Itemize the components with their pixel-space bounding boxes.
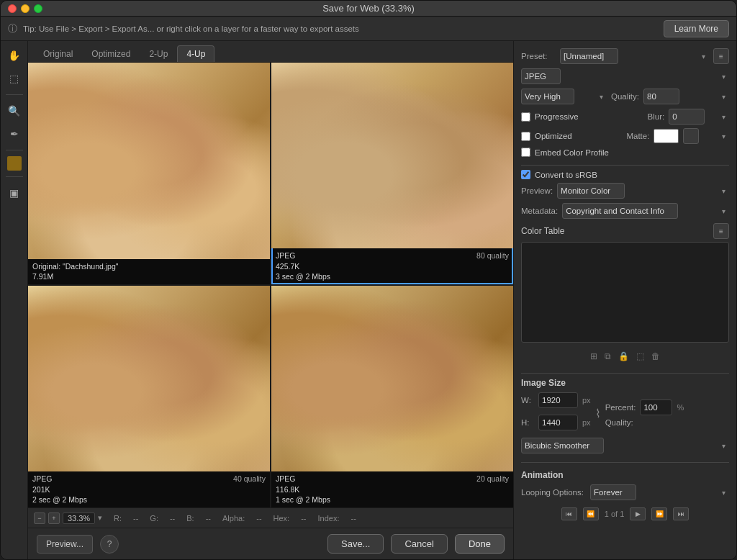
percent-input[interactable] <box>640 399 672 415</box>
image-pane-jpeg40[interactable]: JPEG 201K 2 sec @ 2 Mbps 40 quality <box>28 286 270 507</box>
preset-select-wrapper[interactable]: [Unnamed] <box>560 48 709 64</box>
height-input[interactable] <box>538 415 578 430</box>
quality-select[interactable]: Very High <box>521 89 574 104</box>
looping-row: Looping Options: Forever <box>521 484 729 500</box>
r-value: -- <box>133 514 138 523</box>
percent-unit: % <box>677 403 684 412</box>
b-value: -- <box>206 514 211 523</box>
next-frame-button[interactable]: ⏩ <box>651 507 667 520</box>
width-input[interactable] <box>538 392 578 408</box>
matte-select[interactable] <box>683 128 699 144</box>
bicubic-select-wrapper[interactable]: Bicubic Smoother <box>521 438 729 453</box>
convert-srgb-checkbox[interactable] <box>521 170 530 179</box>
matte-dropdown-wrapper[interactable] <box>683 128 729 144</box>
height-label: H: <box>521 418 534 427</box>
save-button[interactable]: Save... <box>327 534 384 554</box>
ct-add-icon[interactable]: ⧉ <box>605 351 611 361</box>
ct-map-icon[interactable]: ⊞ <box>590 351 597 361</box>
preview-row: Preview: Monitor Color <box>521 183 729 199</box>
image-pane-original[interactable]: Original: "Dachshund.jpg" 7.91M <box>28 63 270 284</box>
status-bar: − + ▾ R: -- G: -- B: -- Alpha: -- Hex: -… <box>28 507 513 528</box>
tab-4up[interactable]: 4-Up <box>177 45 214 62</box>
eyedropper-tool-button[interactable]: ✒ <box>4 124 24 144</box>
jpeg40-filesize: 201K <box>32 484 87 495</box>
hex-label: Hex: <box>273 514 290 523</box>
progressive-checkbox[interactable] <box>521 112 530 122</box>
jpeg80-quality: 80 quality <box>476 250 509 261</box>
looping-select-wrapper[interactable]: Forever <box>590 484 729 500</box>
image-pane-jpeg80[interactable]: JPEG 425.7K 3 sec @ 2 Mbps 80 quality <box>271 63 513 284</box>
resample-quality-label: Quality: <box>605 418 633 427</box>
zoom-input[interactable] <box>63 512 95 524</box>
metadata-select-wrapper[interactable]: Copyright and Contact Info <box>562 203 729 219</box>
close-button[interactable] <box>8 4 17 13</box>
divider-3 <box>521 462 729 463</box>
done-button[interactable]: Done <box>455 534 505 554</box>
prev-frame-button[interactable]: ⏪ <box>583 507 599 520</box>
ct-copy-icon[interactable]: ⬚ <box>636 351 644 361</box>
optimized-checkbox[interactable] <box>521 132 530 141</box>
format-select-wrapper[interactable]: JPEG <box>521 68 729 84</box>
first-frame-button[interactable]: ⏮ <box>561 507 577 520</box>
play-button[interactable]: ▶ <box>630 507 646 520</box>
bicubic-select[interactable]: Bicubic Smoother <box>521 438 604 453</box>
matte-color-swatch[interactable] <box>654 129 679 143</box>
jpeg20-quality: 20 quality <box>476 474 509 484</box>
tab-original[interactable]: Original <box>34 45 82 62</box>
layer-visibility-button[interactable]: ▣ <box>4 183 24 203</box>
tab-2up[interactable]: 2-Up <box>140 45 177 62</box>
preview-button[interactable]: Preview... <box>37 535 93 554</box>
blur-select[interactable]: 0 <box>669 109 705 125</box>
last-frame-button[interactable]: ⏭ <box>673 507 689 520</box>
select-tool-button[interactable]: ⬚ <box>4 68 24 89</box>
quality-number-wrapper[interactable]: 80 <box>643 89 729 104</box>
zoom-control[interactable]: − + ▾ <box>34 512 102 524</box>
quality-select-wrapper[interactable]: Very High <box>521 89 607 104</box>
ct-delete-icon[interactable]: 🗑 <box>651 351 660 361</box>
preview-select[interactable]: Monitor Color <box>557 183 625 199</box>
zoom-dropdown-arrow[interactable]: ▾ <box>98 513 102 523</box>
zoom-decrease-button[interactable]: − <box>34 512 45 524</box>
looping-select[interactable]: Forever <box>590 484 636 500</box>
image-canvas-jpeg20 <box>271 286 513 471</box>
metadata-select[interactable]: Copyright and Contact Info <box>562 203 678 219</box>
zoom-tool-button[interactable]: 🔍 <box>4 101 24 121</box>
cancel-button[interactable]: Cancel <box>391 534 447 554</box>
image-info-jpeg20: JPEG 116.8K 1 sec @ 2 Mbps 20 quality <box>271 471 513 507</box>
blur-label: Blur: <box>648 112 665 121</box>
constrain-proportions-icon[interactable]: ⌇ <box>595 407 601 420</box>
tab-optimized[interactable]: Optimized <box>82 45 140 62</box>
b-label: B: <box>186 514 194 523</box>
blur-select-wrapper[interactable]: 0 <box>669 109 729 125</box>
color-table-menu-button[interactable]: ≡ <box>713 223 729 239</box>
help-button[interactable]: ? <box>100 535 119 554</box>
minimize-button[interactable] <box>21 4 30 13</box>
jpeg20-filesize: 116.8K <box>276 484 330 495</box>
embed-color-profile-checkbox[interactable] <box>521 148 530 157</box>
format-select[interactable]: JPEG <box>521 68 561 84</box>
ct-lock-icon[interactable]: 🔒 <box>618 351 629 361</box>
jpeg40-format: JPEG <box>32 474 87 484</box>
preview-panel-label: Preview: <box>521 186 553 195</box>
original-filename: Original: "Dachshund.jpg" <box>32 261 119 272</box>
playback-controls: ⏮ ⏪ 1 of 1 ▶ ⏩ ⏭ <box>521 505 729 523</box>
zoom-increase-button[interactable]: + <box>48 512 60 524</box>
learn-more-button[interactable]: Learn More <box>664 20 729 37</box>
tool-divider-1 <box>6 94 23 95</box>
quality-select-row: Very High Quality: 80 <box>521 89 729 104</box>
jpeg40-quality: 40 quality <box>233 474 266 484</box>
alpha-label: Alpha: <box>222 514 245 523</box>
matte-label: Matte: <box>626 132 649 140</box>
hex-value: -- <box>301 514 306 523</box>
preview-select-wrapper[interactable]: Monitor Color <box>557 183 729 199</box>
preset-select[interactable]: [Unnamed] <box>560 48 618 64</box>
image-pane-jpeg20[interactable]: JPEG 116.8K 1 sec @ 2 Mbps 20 quality <box>271 286 513 507</box>
window-controls <box>8 4 42 13</box>
foreground-color-button[interactable] <box>7 156 22 171</box>
preset-menu-button[interactable]: ≡ <box>713 48 729 64</box>
hand-tool-button[interactable]: ✋ <box>4 45 24 66</box>
g-label: G: <box>150 514 158 523</box>
maximize-button[interactable] <box>34 4 42 13</box>
quality-number-select[interactable]: 80 <box>643 89 679 104</box>
dog-image-jpeg20 <box>271 286 513 471</box>
